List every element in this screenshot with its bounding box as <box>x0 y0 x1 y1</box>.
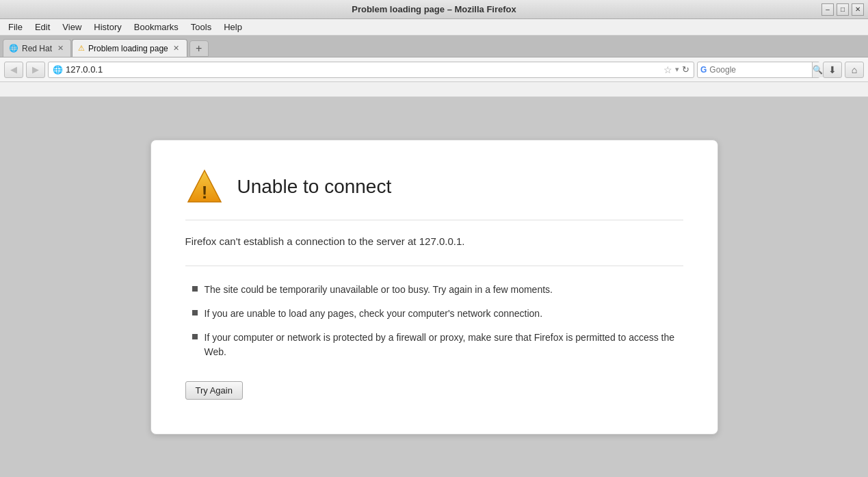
tab-problem-favicon: ⚠ <box>78 44 85 53</box>
menu-bookmarks[interactable]: Bookmarks <box>129 21 184 34</box>
maximize-button[interactable]: □ <box>837 3 849 16</box>
menu-history[interactable]: History <box>88 21 127 34</box>
bullet-icon-3 <box>192 334 198 339</box>
error-bullet-1-text: The site could be temporarily unavailabl… <box>205 283 553 297</box>
menu-file[interactable]: File <box>3 21 28 34</box>
close-button[interactable]: ✕ <box>852 3 864 16</box>
menu-help[interactable]: Help <box>218 21 248 34</box>
search-input[interactable] <box>709 65 812 75</box>
chevron-down-icon: ▾ <box>675 65 679 74</box>
window-controls: – □ ✕ <box>821 3 864 16</box>
error-bullet-1: The site could be temporarily unavailabl… <box>192 283 683 297</box>
nav-extra-buttons: ⬇ ⌂ <box>823 62 864 78</box>
try-again-button[interactable]: Try Again <box>185 381 243 400</box>
menu-tools[interactable]: Tools <box>185 21 217 34</box>
search-bar: G 🔍 <box>697 62 820 78</box>
tab-bar: 🌐 Red Hat ✕ ⚠ Problem loading page ✕ + <box>0 36 868 57</box>
refresh-icon[interactable]: ↻ <box>682 64 689 75</box>
bullet-icon-2 <box>192 310 198 315</box>
address-globe-icon: 🌐 <box>53 65 63 75</box>
nav-bar: ◀ ▶ 🌐 ☆ ▾ ↻ G 🔍 ⬇ ⌂ <box>0 57 868 82</box>
tab-redhat-close[interactable]: ✕ <box>55 44 65 53</box>
minimize-button[interactable]: – <box>821 3 834 16</box>
new-tab-button[interactable]: + <box>189 40 209 57</box>
bookmark-star-icon[interactable]: ☆ <box>663 64 672 75</box>
download-button[interactable]: ⬇ <box>823 62 842 78</box>
error-header: ! Unable to connect <box>185 168 683 220</box>
tab-problem-close[interactable]: ✕ <box>172 44 181 53</box>
error-bullet-2-text: If you are unable to load any pages, che… <box>205 307 543 321</box>
error-bullet-2: If you are unable to load any pages, che… <box>192 307 683 321</box>
error-card: ! Unable to connect Firefox can't establ… <box>150 140 718 435</box>
home-button[interactable]: ⌂ <box>845 62 864 78</box>
tab-redhat[interactable]: 🌐 Red Hat ✕ <box>3 39 71 57</box>
error-description: Firefox can't establish a connection to … <box>185 234 683 267</box>
search-submit-button[interactable]: 🔍 <box>812 62 823 77</box>
error-bullet-3-text: If your computer or network is protected… <box>205 331 683 359</box>
warning-triangle-icon: ! <box>185 168 224 206</box>
forward-button[interactable]: ▶ <box>26 62 45 78</box>
svg-text:!: ! <box>201 182 207 203</box>
menu-view[interactable]: View <box>57 21 87 34</box>
bullet-icon-1 <box>192 286 198 292</box>
error-bullets-list: The site could be temporarily unavailabl… <box>185 283 683 359</box>
menu-edit[interactable]: Edit <box>29 21 55 34</box>
error-title: Unable to connect <box>237 176 392 198</box>
google-search-icon: G <box>698 65 709 75</box>
tab-problem[interactable]: ⚠ Problem loading page ✕ <box>72 39 187 57</box>
content-area: ! Unable to connect Firefox can't establ… <box>0 97 868 477</box>
tab-redhat-label: Red Hat <box>22 44 52 53</box>
error-bullet-3: If your computer or network is protected… <box>192 331 683 359</box>
window-title: Problem loading page – Mozilla Firefox <box>352 4 516 14</box>
title-bar: Problem loading page – Mozilla Firefox –… <box>0 0 868 19</box>
bookmarks-bar <box>0 82 868 97</box>
address-input[interactable] <box>66 64 661 75</box>
menu-bar: File Edit View History Bookmarks Tools H… <box>0 19 868 36</box>
tab-redhat-favicon: 🌐 <box>9 44 18 53</box>
address-bar: 🌐 ☆ ▾ ↻ <box>48 62 694 78</box>
tab-problem-label: Problem loading page <box>88 44 168 53</box>
back-button[interactable]: ◀ <box>4 62 23 78</box>
